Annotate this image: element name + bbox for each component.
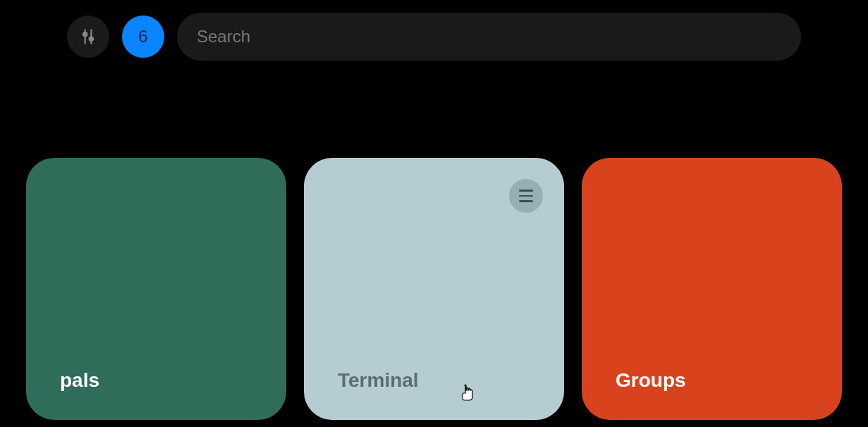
settings-button[interactable] [67,16,109,58]
card-label: pals [60,369,252,392]
card-label: Groups [616,369,808,392]
count-button[interactable]: 6 [122,16,164,58]
search-container[interactable] [177,13,801,61]
card-menu-button[interactable] [509,179,543,213]
svg-point-1 [83,32,87,36]
sliders-icon [79,27,97,46]
hamburger-icon [519,190,533,202]
header-bar: 6 [0,0,868,61]
card-pals[interactable]: pals [26,158,286,420]
cards-grid: pals Terminal Groups [0,158,868,420]
svg-point-3 [90,37,93,41]
search-input[interactable] [197,27,781,47]
card-groups[interactable]: Groups [582,158,842,420]
count-value: 6 [138,27,147,47]
card-terminal[interactable]: Terminal [304,158,564,420]
card-label: Terminal [338,369,530,392]
